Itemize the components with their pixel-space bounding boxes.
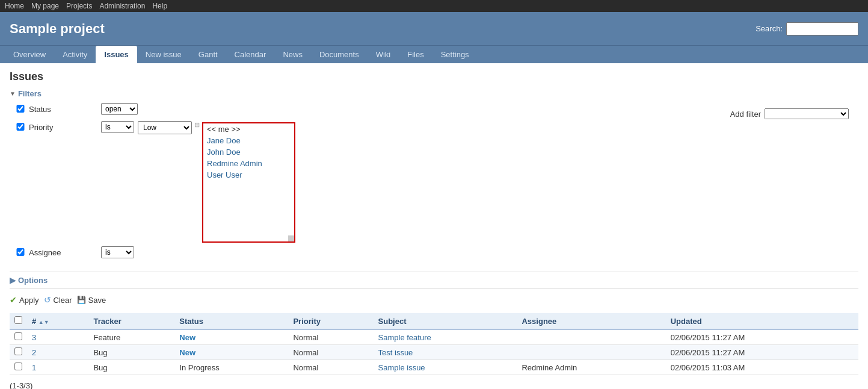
issues-table: # ▲▼ Tracker Status Priority Subject Ass… (10, 313, 858, 375)
row-priority: Normal (288, 345, 373, 360)
tab-new-issue[interactable]: New issue (137, 46, 190, 63)
priority-filter-checkbox[interactable] (14, 123, 26, 131)
assignee-filter-checkbox[interactable] (14, 248, 26, 256)
row-updated: 02/06/2015 11:03 AM (666, 360, 858, 375)
id-sort-icons: ▲▼ (38, 319, 49, 325)
row-subject[interactable]: Sample issue (374, 360, 517, 375)
row-tracker: Bug (88, 360, 174, 375)
row-check[interactable] (10, 360, 27, 375)
main-content: Issues ▼ Filters Status open closed any (0, 63, 868, 389)
listbox-item-useruser[interactable]: User User (203, 169, 294, 181)
th-updated[interactable]: Updated (666, 313, 858, 329)
row-subject[interactable]: Sample feature (374, 329, 517, 345)
filters-table: Status open closed any Priority is is no… (14, 103, 858, 261)
row-id[interactable]: 2 (27, 345, 88, 360)
clear-button[interactable]: ↺ Clear (44, 295, 72, 305)
row-assignee: Redmine Admin (517, 360, 665, 375)
filters-arrow-icon: ▼ (10, 90, 16, 97)
tab-issues[interactable]: Issues (96, 46, 137, 63)
top-navigation: Home My page Projects Administration Hel… (0, 0, 868, 12)
row-tracker: Bug (88, 345, 174, 360)
tab-navigation: Overview Activity Issues New issue Gantt… (0, 45, 868, 63)
filters-toggle-label: Filters (18, 89, 42, 98)
filters-toggle[interactable]: ▼ Filters (10, 89, 858, 98)
listbox-item-johndoe[interactable]: John Doe (203, 146, 294, 158)
th-id[interactable]: # ▲▼ (27, 313, 88, 329)
priority-value-select[interactable]: Low Normal High Urgent Immediate (138, 121, 192, 134)
page-header: Sample project Search: (0, 12, 868, 45)
row-id[interactable]: 1 (27, 360, 88, 375)
priority-filter-label: Priority (29, 121, 101, 132)
assignee-listbox[interactable]: << me >> Jane Doe John Doe Redmine Admin… (202, 122, 295, 243)
listbox-item-janedoe[interactable]: Jane Doe (203, 135, 294, 146)
options-arrow-icon: ▶ (10, 276, 16, 285)
nav-help[interactable]: Help (152, 2, 167, 10)
row-check[interactable] (10, 345, 27, 360)
tab-calendar[interactable]: Calendar (226, 46, 275, 63)
tab-news[interactable]: News (274, 46, 311, 63)
add-filter-label: Add filter (730, 110, 761, 119)
status-operator: open closed any (101, 103, 138, 115)
action-buttons: ✔ Apply ↺ Clear 💾 Save (10, 295, 858, 305)
table-row: 1 Bug In Progress Normal Sample issue Re… (10, 360, 858, 375)
row-assignee (517, 345, 665, 360)
listbox-item-me[interactable]: << me >> (203, 123, 294, 135)
tab-files[interactable]: Files (399, 46, 432, 63)
row-tracker: Feature (88, 329, 174, 345)
nav-home[interactable]: Home (5, 2, 24, 10)
tab-documents[interactable]: Documents (311, 46, 368, 63)
apply-icon: ✔ (10, 295, 17, 305)
priority-operator: is is not (101, 121, 134, 133)
add-filter-select[interactable]: Tracker Priority Author (765, 108, 849, 119)
apply-label: Apply (19, 296, 39, 305)
row-status: New (174, 329, 288, 345)
clear-icon: ↺ (44, 295, 51, 305)
row-id[interactable]: 3 (27, 329, 88, 345)
th-status[interactable]: Status (174, 313, 288, 329)
th-check[interactable] (10, 313, 27, 329)
assignee-operator-select[interactable]: is is not any none (101, 246, 134, 258)
tab-wiki[interactable]: Wiki (368, 46, 399, 63)
status-operator-select[interactable]: open closed any (101, 103, 138, 115)
save-icon: 💾 (77, 296, 86, 304)
priority-operator-select[interactable]: is is not (101, 121, 134, 133)
pagination-text: (1-3/3) (10, 381, 32, 389)
tab-settings[interactable]: Settings (432, 46, 478, 63)
nav-projects[interactable]: Projects (66, 2, 92, 10)
apply-button[interactable]: ✔ Apply (10, 295, 39, 305)
th-priority[interactable]: Priority (288, 313, 373, 329)
add-filter-area: Add filter Tracker Priority Author (730, 108, 849, 119)
row-subject[interactable]: Test issue (374, 345, 517, 360)
search-input[interactable] (786, 22, 858, 36)
listbox-item-redmineadmin[interactable]: Redmine Admin (203, 158, 294, 169)
tab-activity[interactable]: Activity (54, 46, 96, 63)
search-area: Search: (756, 22, 858, 36)
th-tracker[interactable]: Tracker (88, 313, 174, 329)
options-toggle-label: Options (18, 276, 48, 285)
row-updated: 02/06/2015 11:27 AM (666, 329, 858, 345)
tab-overview[interactable]: Overview (5, 46, 54, 63)
resize-icon: ⊞ (194, 121, 200, 129)
pagination-info: (1-3/3) (10, 381, 858, 389)
options-toggle[interactable]: ▶ Options (10, 276, 858, 289)
save-button[interactable]: 💾 Save (77, 296, 106, 305)
status-filter-checkbox[interactable] (14, 105, 26, 113)
row-status: New (174, 345, 288, 360)
row-updated: 02/06/2015 11:27 AM (666, 345, 858, 360)
nav-mypage[interactable]: My page (31, 2, 59, 10)
row-priority: Normal (288, 360, 373, 375)
listbox-resize-handle[interactable] (288, 235, 294, 241)
th-assignee[interactable]: Assignee (517, 313, 665, 329)
assignee-operator: is is not any none (101, 246, 134, 258)
save-label: Save (88, 296, 106, 305)
row-check[interactable] (10, 329, 27, 345)
tab-gantt[interactable]: Gantt (190, 46, 226, 63)
priority-filter-value: Low Normal High Urgent Immediate ⊞ << me… (138, 121, 295, 243)
select-all-checkbox[interactable] (14, 316, 22, 324)
clear-label: Clear (54, 296, 72, 305)
table-header-row: # ▲▼ Tracker Status Priority Subject Ass… (10, 313, 858, 329)
project-title: Sample project (10, 21, 105, 37)
search-label: Search: (756, 24, 783, 33)
th-subject[interactable]: Subject (374, 313, 517, 329)
nav-administration[interactable]: Administration (99, 2, 145, 10)
